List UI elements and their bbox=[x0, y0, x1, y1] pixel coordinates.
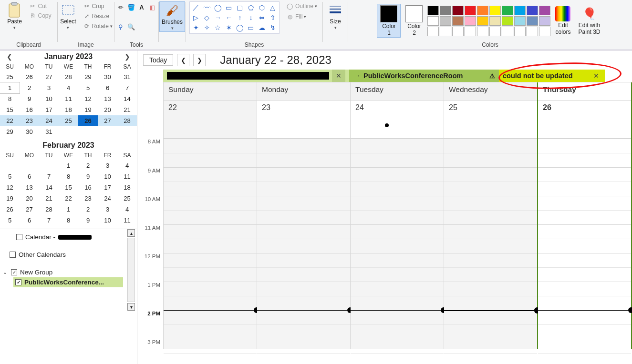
mini-calendar-february[interactable]: SUMOTUWETHFRSA12345678910111213141516171… bbox=[0, 151, 137, 226]
palette-swatch[interactable] bbox=[427, 16, 439, 26]
color1-button[interactable]: Color 1 bbox=[377, 4, 401, 38]
palette-swatch[interactable] bbox=[440, 27, 451, 36]
palette-swatch[interactable] bbox=[452, 27, 464, 36]
palette-swatch[interactable] bbox=[452, 16, 464, 26]
palette-swatch[interactable] bbox=[527, 27, 538, 36]
allday-cell[interactable]: 26 bbox=[538, 101, 631, 139]
palette-swatch[interactable] bbox=[427, 27, 439, 36]
allday-cell[interactable]: 24 bbox=[351, 101, 444, 139]
day-col-sunday[interactable]: Sunday 22 bbox=[163, 82, 257, 349]
palette-swatch[interactable] bbox=[465, 6, 476, 15]
palette-swatch[interactable] bbox=[514, 27, 526, 36]
checkbox-icon[interactable] bbox=[16, 234, 22, 240]
rotate-dropdown-icon[interactable]: ▾ bbox=[110, 24, 113, 29]
week-grid[interactable]: 8 AM9 AM10 AM11 AM12 PM1 PM2 PM3 PM Sund… bbox=[163, 82, 632, 349]
allday-cell[interactable]: 22 bbox=[164, 101, 257, 139]
allday-cell[interactable]: 25 bbox=[444, 101, 537, 139]
palette-swatch[interactable] bbox=[539, 16, 550, 26]
resize-button[interactable]: ⤢ Resize bbox=[81, 11, 114, 21]
shape-outline-button[interactable]: ◯ Outline ▾ bbox=[284, 1, 319, 11]
day-col-monday[interactable]: Monday 23 bbox=[257, 82, 350, 349]
overlay-tab-error[interactable]: could not be updated ✕ bbox=[499, 70, 605, 82]
palette-swatch[interactable] bbox=[440, 16, 451, 26]
day-col-tuesday[interactable]: Tuesday 24 bbox=[350, 82, 444, 349]
cal-item-publicworks[interactable]: PublicWorksConference... bbox=[13, 277, 123, 287]
next-month-button[interactable]: ❯ bbox=[123, 53, 132, 61]
time-slots[interactable] bbox=[257, 139, 350, 349]
text-icon[interactable]: A bbox=[138, 3, 145, 11]
allday-cell[interactable]: 23 bbox=[257, 101, 350, 139]
rotate-button[interactable]: ⟳ Rotate ▾ bbox=[81, 21, 114, 31]
paste-dropdown-icon[interactable]: ▾ bbox=[13, 25, 16, 30]
palette-swatch[interactable] bbox=[514, 6, 526, 15]
time-slots[interactable] bbox=[538, 139, 631, 349]
palette-swatch[interactable] bbox=[465, 16, 476, 26]
palette-swatch[interactable] bbox=[465, 27, 476, 36]
checkbox-icon[interactable] bbox=[15, 279, 21, 285]
day-col-wednesday[interactable]: Wednesday 25 bbox=[444, 82, 537, 349]
color2-button[interactable]: Color 2 bbox=[403, 4, 425, 37]
cal-item-personal[interactable]: Calendar - bbox=[15, 232, 135, 242]
palette-swatch[interactable] bbox=[477, 16, 488, 26]
select-dropdown-icon[interactable]: ▾ bbox=[67, 25, 69, 30]
bucket-icon[interactable]: 🪣 bbox=[127, 3, 135, 11]
checkbox-icon[interactable] bbox=[11, 269, 17, 275]
palette-swatch[interactable] bbox=[502, 16, 513, 26]
brushes-dropdown-icon[interactable]: ▾ bbox=[171, 26, 174, 30]
palette-swatch[interactable] bbox=[477, 27, 488, 36]
paint3d-label: Edit with Paint 3D bbox=[578, 22, 600, 35]
crop-button[interactable]: ✂ Crop bbox=[81, 1, 114, 11]
size-dropdown-icon[interactable]: ▾ bbox=[334, 25, 337, 30]
close-overlay-icon[interactable]: ✕ bbox=[334, 72, 343, 80]
palette-swatch[interactable] bbox=[489, 27, 501, 36]
select-button[interactable]: Select ▾ bbox=[57, 1, 79, 31]
shapes-gallery[interactable]: ／〰◯▭▢⬠⬡△ ▷◇→←↑↓⇔⇧ ✦✧☆✶◯▭☁↯ bbox=[189, 1, 280, 34]
color-palette[interactable] bbox=[427, 6, 550, 36]
time-slots[interactable] bbox=[444, 139, 537, 349]
palette-swatch[interactable] bbox=[489, 6, 501, 15]
palette-swatch[interactable] bbox=[452, 6, 464, 15]
brushes-button[interactable]: 🖌 Brushes ▾ bbox=[159, 1, 185, 32]
today-button[interactable]: Today bbox=[143, 54, 173, 66]
palette-swatch[interactable] bbox=[427, 6, 439, 15]
cal-group-newgroup[interactable]: ⌄ New Group bbox=[9, 267, 135, 277]
palette-swatch[interactable] bbox=[502, 27, 513, 36]
cal-item-other[interactable]: Other Calendars bbox=[9, 250, 135, 260]
palette-swatch[interactable] bbox=[502, 6, 513, 15]
copy-button[interactable]: ⎘ Copy bbox=[27, 11, 53, 20]
expand-icon[interactable]: ⌄ bbox=[3, 269, 7, 275]
palette-swatch[interactable] bbox=[539, 27, 550, 36]
eyedropper-icon[interactable]: ⚲ bbox=[117, 23, 124, 31]
mini-calendar-january[interactable]: SUMOTUWETHFRSA25262728293031123456789101… bbox=[0, 62, 137, 137]
scroll-up-button[interactable]: ▴ bbox=[127, 229, 135, 237]
pencil-icon[interactable]: ✏ bbox=[117, 3, 124, 11]
time-slots[interactable] bbox=[164, 139, 257, 349]
paste-button[interactable]: Paste ▾ bbox=[4, 1, 25, 31]
palette-swatch[interactable] bbox=[539, 6, 550, 15]
paint3d-button[interactable]: 🎈 Edit with Paint 3D bbox=[575, 5, 603, 36]
next-week-button[interactable]: ❯ bbox=[193, 54, 206, 66]
eraser-icon[interactable]: ◧ bbox=[148, 3, 156, 11]
cut-button[interactable]: ✂ Cut bbox=[27, 1, 53, 11]
palette-swatch[interactable] bbox=[527, 16, 538, 26]
overlay-tab-room[interactable]: → PublicWorksConferenceRoom ⚠ bbox=[349, 70, 499, 82]
palette-swatch[interactable] bbox=[489, 16, 501, 26]
palette-swatch[interactable] bbox=[440, 6, 451, 15]
scroll-track[interactable] bbox=[127, 238, 135, 302]
magnifier-icon[interactable]: 🔍 bbox=[127, 23, 135, 31]
edit-colors-button[interactable]: Edit colors bbox=[552, 5, 573, 36]
scroll-down-button[interactable]: ▾ bbox=[127, 303, 135, 311]
palette-swatch[interactable] bbox=[527, 6, 538, 15]
prev-month-button[interactable]: ❮ bbox=[5, 53, 14, 61]
shape-fill-button[interactable]: ◍ Fill ▾ bbox=[284, 12, 319, 21]
time-slots[interactable] bbox=[351, 139, 444, 349]
prev-week-button[interactable]: ❮ bbox=[177, 54, 189, 66]
overlay-arrow-icon[interactable]: → bbox=[353, 71, 361, 80]
checkbox-icon[interactable] bbox=[10, 252, 16, 258]
palette-swatch[interactable] bbox=[514, 16, 526, 26]
overlay-tab-primary[interactable]: ✕ bbox=[163, 70, 349, 82]
day-col-thursday[interactable]: Thursday 26 bbox=[537, 82, 632, 349]
size-button[interactable]: Size ▾ bbox=[325, 1, 346, 31]
close-error-icon[interactable]: ✕ bbox=[591, 72, 601, 80]
palette-swatch[interactable] bbox=[477, 6, 488, 15]
